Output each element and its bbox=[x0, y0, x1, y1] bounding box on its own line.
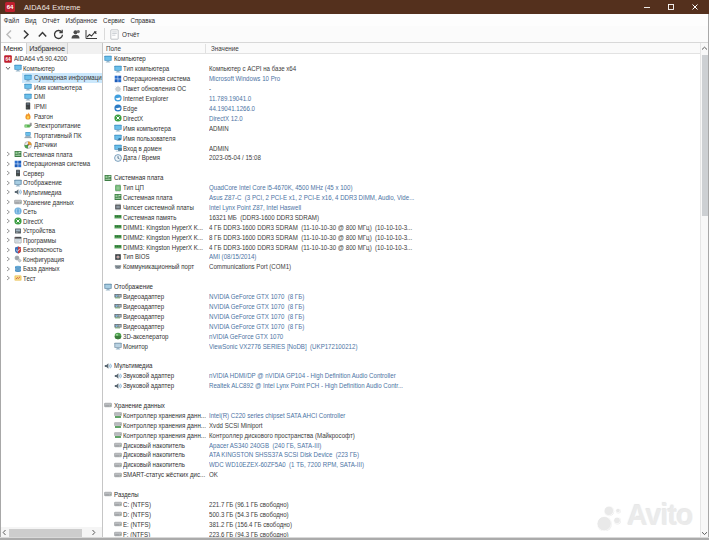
field-value-link[interactable]: Intel(R) C220 series chipset SATA AHCI C… bbox=[209, 410, 684, 420]
report-button[interactable]: Отчёт bbox=[107, 27, 145, 42]
user-info-button[interactable] bbox=[67, 27, 84, 42]
field-value-link[interactable]: Realtek ALC892 @ Intel Lynx Point PCH - … bbox=[209, 381, 684, 391]
list-section-row[interactable]: Системная плата bbox=[103, 173, 700, 183]
tree-item-display[interactable]: Отображение bbox=[0, 178, 102, 188]
tree-item-portable[interactable]: Портативный ПК bbox=[0, 130, 102, 140]
column-header-field[interactable]: Поле bbox=[106, 43, 121, 53]
tree-item-ipmi[interactable]: IPMI bbox=[0, 102, 102, 112]
tree-item-aida64[interactable]: 64AIDA64 v5.90.4200 bbox=[0, 54, 102, 64]
tree-item-directx[interactable]: DirectX bbox=[0, 216, 102, 226]
tree-item-database[interactable]: База данных bbox=[0, 264, 102, 274]
list-item-row[interactable]: DIMM3: Kingston HyperX K...4 ГБ DDR3-160… bbox=[103, 242, 700, 252]
field-value-link[interactable]: NVIDIA GeForce GTX 1070 (8 ГБ) bbox=[209, 302, 684, 312]
tree-item-network[interactable]: Сеть bbox=[0, 207, 102, 217]
chevron-collapsed-icon[interactable] bbox=[5, 264, 11, 274]
list-item-row[interactable]: Контроллер хранения данн...Xvdd SCSI Min… bbox=[103, 420, 700, 430]
tree-hscroll-thumb[interactable] bbox=[9, 529, 82, 537]
list-item-row[interactable]: Тип BIOSAMI (08/15/2014) bbox=[103, 252, 700, 262]
list-section-row[interactable]: Мультимедиа bbox=[103, 361, 700, 371]
list-section-row[interactable]: Разделы bbox=[103, 490, 700, 500]
field-value-link[interactable]: WDC WD10EZEX-60ZF5A0 (1 ТБ, 7200 RPM, SA… bbox=[209, 460, 684, 470]
list-item-row[interactable]: Edge44.19041.1266.0 bbox=[103, 104, 700, 114]
close-button[interactable] bbox=[683, 0, 707, 14]
list-item-row[interactable]: Чипсет системной платыIntel Lynx Point Z… bbox=[103, 203, 700, 213]
list-item-row[interactable]: Тип ЦПQuadCore Intel Core i5-4670K, 4500… bbox=[103, 183, 700, 193]
field-value-link[interactable]: 44.19041.1266.0 bbox=[209, 104, 684, 114]
minimize-button[interactable] bbox=[635, 0, 659, 14]
tree-item-devices[interactable]: Устройства bbox=[0, 226, 102, 236]
list-item-row[interactable]: ВидеоадаптерNVIDIA GeForce GTX 1070 (8 Г… bbox=[103, 321, 700, 331]
up-button[interactable] bbox=[34, 27, 51, 42]
field-value-link[interactable]: AMI (08/15/2014) bbox=[209, 252, 684, 262]
tree-item-computer[interactable]: Компьютер bbox=[0, 64, 102, 74]
list-item-row[interactable]: ВидеоадаптерNVIDIA GeForce GTX 1070 (8 Г… bbox=[103, 292, 700, 302]
list-item-row[interactable]: Системная платаAsus Z87-C (3 PCI, 2 PCI-… bbox=[103, 193, 700, 203]
list-section-row[interactable]: Отображение bbox=[103, 282, 700, 292]
list-vertical-scrollbar[interactable] bbox=[700, 43, 708, 538]
list-item-row[interactable]: Дисковый накопительWDC WD10EZEX-60ZF5A0 … bbox=[103, 460, 700, 470]
chevron-collapsed-icon[interactable] bbox=[5, 197, 11, 207]
menu-item-report[interactable]: Отчёт bbox=[39, 16, 62, 25]
tree-item-storage[interactable]: Хранение данных bbox=[0, 197, 102, 207]
back-button[interactable] bbox=[1, 27, 18, 42]
tree-item-os[interactable]: Операционная система bbox=[0, 159, 102, 169]
tab-menu[interactable]: Меню bbox=[0, 43, 27, 54]
field-value-link[interactable]: nVIDIA HDMI/DP @ nVIDIA GP104 - High Def… bbox=[209, 371, 684, 381]
list-item-row[interactable]: Системная память16321 МБ (DDR3-1600 DDR3… bbox=[103, 212, 700, 222]
tree-item-power[interactable]: Электропитание bbox=[0, 121, 102, 131]
list-item-row[interactable]: Вход в доменADMIN bbox=[103, 143, 700, 153]
field-value-link[interactable]: Asus Z87-C (3 PCI, 2 PCI-E x1, 2 PCI-E x… bbox=[209, 193, 684, 203]
chevron-collapsed-icon[interactable] bbox=[5, 207, 11, 217]
field-value-link[interactable]: ViewSonic VX2776 SERIES [NoDB] (UKP17210… bbox=[209, 341, 684, 351]
field-value-link[interactable]: NVIDIA GeForce GTX 1070 (8 ГБ) bbox=[209, 292, 684, 302]
list-item-row[interactable]: Коммуникационный портCommunications Port… bbox=[103, 262, 700, 272]
tree-item-overclock[interactable]: Разгон bbox=[0, 111, 102, 121]
list-item-row[interactable]: SMART-статус жёстких дис...OK bbox=[103, 470, 700, 480]
list-item-row[interactable]: D: (NTFS)500.3 ГБ (54.3 ГБ свободно) bbox=[103, 509, 700, 519]
tab-favorites[interactable]: Избранное bbox=[27, 43, 68, 54]
column-separator[interactable] bbox=[205, 44, 206, 53]
chevron-collapsed-icon[interactable] bbox=[5, 226, 11, 236]
chevron-collapsed-icon[interactable] bbox=[5, 178, 11, 188]
chevron-collapsed-icon[interactable] bbox=[5, 255, 11, 265]
list-item-row[interactable]: DirectXDirectX 12.0 bbox=[103, 113, 700, 123]
tree-item-programs[interactable]: Программы bbox=[0, 235, 102, 245]
field-value-link[interactable]: QuadCore Intel Core i5-4670K, 4500 MHz (… bbox=[209, 183, 684, 193]
menu-item-file[interactable]: Файл bbox=[1, 16, 22, 25]
list-item-row[interactable]: Контроллер хранения данн...Intel(R) C220… bbox=[103, 410, 700, 420]
chevron-collapsed-icon[interactable] bbox=[5, 188, 11, 198]
tree-item-dmi[interactable]: DMI bbox=[0, 92, 102, 102]
list-item-row[interactable]: ВидеоадаптерNVIDIA GeForce GTX 1070 (8 Г… bbox=[103, 311, 700, 321]
list-section-row[interactable]: Хранение данных bbox=[103, 401, 700, 411]
chevron-collapsed-icon[interactable] bbox=[5, 150, 11, 160]
chevron-collapsed-icon[interactable] bbox=[5, 245, 11, 255]
field-value-link[interactable]: ATA KINGSTON SHSS37A SCSI Disk Device (2… bbox=[209, 450, 684, 460]
chevron-collapsed-icon[interactable] bbox=[5, 235, 11, 245]
list-item-row[interactable]: Дата / Время2023-05-04 / 15:08 bbox=[103, 153, 700, 163]
field-value-link[interactable]: NVIDIA GeForce GTX 1070 (8 ГБ) bbox=[209, 311, 684, 321]
tree-item-server[interactable]: Сервер bbox=[0, 169, 102, 179]
field-value-link[interactable]: NVIDIA GeForce GTX 1070 (8 ГБ) bbox=[209, 321, 684, 331]
list-item-row[interactable]: C: (NTFS)221.7 ГБ (96.1 ГБ свободно) bbox=[103, 500, 700, 510]
list-item-row[interactable]: МониторViewSonic VX2776 SERIES [NoDB] (U… bbox=[103, 341, 700, 351]
chevron-collapsed-icon[interactable] bbox=[5, 274, 11, 284]
maximize-button[interactable] bbox=[659, 0, 683, 14]
list-section-row[interactable]: Компьютер bbox=[103, 54, 700, 64]
tree-item-summary[interactable]: Суммарная информация bbox=[0, 73, 102, 83]
field-value-link[interactable]: Microsoft Windows 10 Pro bbox=[209, 74, 684, 84]
list-item-row[interactable]: DIMM1: Kingston HyperX K...4 ГБ DDR3-160… bbox=[103, 222, 700, 232]
list-item-row[interactable]: Имя компьютераADMIN bbox=[103, 123, 700, 133]
scroll-up-arrow-icon[interactable] bbox=[701, 43, 708, 53]
list-item-row[interactable]: DIMM2: Kingston HyperX K...8 ГБ DDR3-160… bbox=[103, 232, 700, 242]
forward-button[interactable] bbox=[18, 27, 35, 42]
chevron-collapsed-icon[interactable] bbox=[5, 159, 11, 169]
tree-item-benchmark[interactable]: Тест bbox=[0, 274, 102, 284]
tree-item-computer-name[interactable]: Имя компьютера bbox=[0, 83, 102, 93]
list-item-row[interactable]: Имя пользователя bbox=[103, 133, 700, 143]
list-item-row[interactable]: E: (NTFS)381.2 ГБ (156.4 ГБ свободно) bbox=[103, 519, 700, 529]
list-item-row[interactable]: Операционная системаMicrosoft Windows 10… bbox=[103, 74, 700, 84]
panel-divider[interactable] bbox=[102, 43, 103, 538]
menu-item-help[interactable]: Справка bbox=[128, 16, 158, 25]
refresh-button[interactable] bbox=[51, 27, 68, 42]
chevron-collapsed-icon[interactable] bbox=[5, 216, 11, 226]
